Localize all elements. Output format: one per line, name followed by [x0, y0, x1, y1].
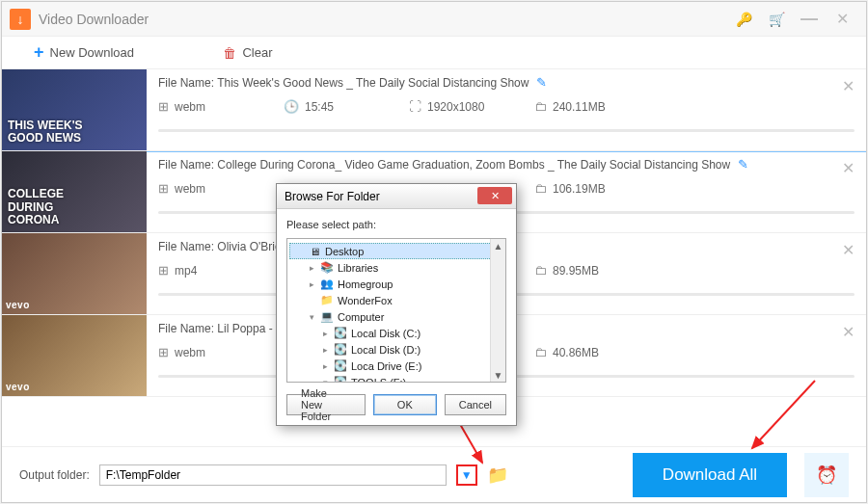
tree-node-label: WonderFox	[338, 295, 393, 306]
tree-node[interactable]: ▸👥Homegroup	[289, 276, 503, 292]
tree-node[interactable]: ▸💽Loca Drive (E:)	[289, 358, 503, 374]
tree-scrollbar[interactable]: ▲ ▼	[490, 239, 505, 382]
plus-icon: +	[34, 42, 44, 63]
open-folder-icon[interactable]: 📁	[487, 464, 508, 486]
size-value: 89.95MB	[553, 264, 599, 278]
key-icon[interactable]: 🔑	[727, 8, 760, 31]
meta-row: ⊞webm🕒15:45⛶1920x1080🗀240.11MB	[158, 99, 854, 114]
filename-text: File Name: Lil Poppa - T	[158, 322, 283, 335]
download-all-button[interactable]: Download All	[633, 453, 787, 497]
tree-node-icon: 🖥	[308, 246, 321, 257]
format-icon: ⊞	[158, 99, 169, 114]
vevo-badge: vevo	[6, 382, 30, 392]
tree-node-icon: 📁	[320, 294, 334, 306]
size-value: 240.11MB	[553, 100, 606, 114]
video-thumbnail: COLLEGEDURINGCORONA	[2, 151, 147, 232]
tree-node[interactable]: ▾💽TOOLS (F:)	[289, 374, 503, 383]
scroll-up-icon[interactable]: ▲	[494, 239, 503, 252]
tree-twist-icon[interactable]: ▸	[307, 263, 316, 273]
size-value: 40.86MB	[553, 346, 599, 359]
tree-node[interactable]: ▸💽Local Disk (D:)	[289, 341, 503, 358]
new-download-label: New Download	[50, 45, 134, 60]
tree-node-icon: 👥	[320, 278, 334, 290]
filename-text: File Name: This Week's Good News _ The D…	[158, 76, 529, 90]
minimize-button[interactable]: —	[793, 8, 826, 31]
cancel-label: Cancel	[459, 399, 492, 411]
titlebar: ↓ Video Downloader 🔑 🛒 — ✕	[2, 2, 866, 37]
output-folder-dropdown-button[interactable]: ▼	[456, 464, 477, 486]
resolution-value: 1920x1080	[427, 100, 484, 114]
tree-node-label: Loca Drive (E:)	[351, 360, 421, 372]
tree-node-label: TOOLS (F:)	[351, 377, 406, 384]
tree-node-label: Desktop	[325, 246, 364, 257]
tree-node-label: Local Disk (C:)	[351, 328, 420, 339]
cancel-button[interactable]: Cancel	[445, 394, 506, 415]
tree-node-icon: 💽	[334, 376, 347, 383]
app-logo-icon: ↓	[10, 9, 31, 30]
tree-node-label: Homegroup	[338, 279, 393, 290]
remove-row-button[interactable]: ✕	[842, 241, 854, 259]
filename-row: File Name: College During Corona_ Video …	[158, 157, 854, 172]
tree-node-icon: 💽	[334, 343, 347, 356]
close-button[interactable]: ✕	[826, 8, 858, 31]
format-value: webm	[175, 346, 205, 359]
vevo-badge: vevo	[6, 300, 30, 310]
remove-row-button[interactable]: ✕	[842, 77, 854, 95]
filename-text: File Name: College During Corona_ Video …	[158, 158, 730, 172]
alarm-icon[interactable]: ⏰	[804, 453, 849, 497]
tree-node-label: Computer	[338, 311, 384, 323]
size-value: 106.19MB	[553, 182, 606, 196]
format-icon: ⊞	[158, 181, 169, 196]
tree-node[interactable]: ▾💻Computer	[289, 308, 503, 325]
thumb-caption: COLLEGEDURINGCORONA	[8, 188, 64, 226]
app-title: Video Downloader	[39, 12, 149, 27]
clear-label: Clear	[242, 45, 272, 60]
folder-icon: 🗀	[534, 99, 547, 114]
dialog-message: Please select path:	[286, 219, 506, 230]
tree-node[interactable]: 🖥Desktop	[289, 243, 503, 259]
trash-icon: 🗑	[223, 45, 236, 61]
video-thumbnail: vevo	[2, 315, 147, 396]
download-all-label: Download All	[663, 465, 757, 485]
tree-node-label: Libraries	[338, 262, 378, 274]
ok-button[interactable]: OK	[373, 394, 437, 415]
edit-filename-icon[interactable]: ✎	[738, 157, 748, 172]
tree-node[interactable]: 📁WonderFox	[289, 292, 503, 308]
dialog-title: Browse For Folder	[285, 190, 380, 203]
new-download-button[interactable]: + New Download	[2, 37, 166, 69]
make-new-folder-button[interactable]: Make New Folder	[286, 394, 366, 415]
edit-filename-icon[interactable]: ✎	[536, 75, 547, 90]
folder-icon: 🗀	[534, 345, 547, 359]
remove-row-button[interactable]: ✕	[842, 323, 854, 341]
tree-node[interactable]: ▸💽Local Disk (C:)	[289, 325, 503, 341]
tree-twist-icon[interactable]: ▾	[320, 378, 330, 384]
output-folder-input[interactable]	[99, 464, 447, 486]
tree-node-icon: 💽	[334, 359, 347, 372]
format-icon: ⊞	[158, 345, 169, 359]
tree-node-label: Local Disk (D:)	[351, 344, 420, 356]
clear-button[interactable]: 🗑 Clear	[166, 37, 330, 69]
tree-twist-icon[interactable]: ▸	[320, 361, 330, 371]
tree-node[interactable]: ▸📚Libraries	[289, 259, 503, 276]
tree-twist-icon[interactable]: ▾	[307, 312, 316, 322]
format-icon: ⊞	[158, 263, 169, 278]
remove-row-button[interactable]: ✕	[842, 159, 854, 177]
footer: Output folder: ▼ 📁 Download All ⏰	[2, 446, 866, 502]
browse-folder-dialog: Browse For Folder ✕ Please select path: …	[276, 183, 517, 426]
ok-label: OK	[397, 399, 413, 411]
cart-icon[interactable]: 🛒	[760, 8, 793, 31]
tree-twist-icon[interactable]: ▸	[307, 279, 316, 289]
tree-node-icon: 💻	[320, 310, 334, 323]
format-value: webm	[175, 182, 205, 196]
folder-icon: 🗀	[534, 263, 547, 278]
thumb-caption: THIS WEEK'SGOOD NEWS	[8, 119, 83, 145]
scroll-down-icon[interactable]: ▼	[494, 368, 503, 382]
tree-twist-icon[interactable]: ▸	[320, 329, 330, 338]
tree-twist-icon[interactable]: ▸	[320, 345, 330, 355]
download-row[interactable]: THIS WEEK'SGOOD NEWS✕File Name: This Wee…	[2, 69, 866, 151]
dialog-titlebar: Browse For Folder ✕	[277, 184, 516, 209]
folder-tree[interactable]: 🖥Desktop▸📚Libraries▸👥Homegroup📁WonderFox…	[286, 238, 506, 383]
filename-row: File Name: This Week's Good News _ The D…	[158, 75, 854, 90]
filename-text: File Name: Olivia O'Brie	[158, 240, 282, 253]
dialog-close-button[interactable]: ✕	[477, 187, 512, 204]
